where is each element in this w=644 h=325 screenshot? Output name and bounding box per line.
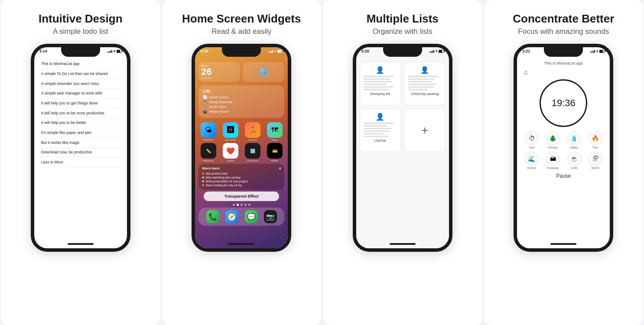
add-list-button[interactable]: +	[404, 109, 446, 152]
storm-label: Storm	[591, 166, 599, 169]
phone-notch-2	[222, 47, 261, 57]
page-dots	[195, 202, 288, 208]
list-card-title-listone: ListOne	[364, 139, 397, 143]
sound-faraway[interactable]: 🏔 Faraway	[543, 152, 562, 169]
list-item: It will help you to get things done	[41, 99, 120, 109]
sound-ocean[interactable]: 🌊 Ocean	[522, 152, 541, 169]
phone-notch-3	[383, 47, 422, 57]
signal-icon-2	[268, 49, 273, 53]
list-card-shopping[interactable]: 👤 Shooping list	[360, 62, 401, 105]
work-hard-title: Work Hard 4	[202, 166, 281, 170]
wifi-icon-1: ▾	[114, 49, 115, 53]
panel1-subtitle: A simple todo list	[53, 27, 108, 36]
app-label-wallet: Wallet	[271, 159, 278, 162]
sound-forests[interactable]: 🌲 Forests	[543, 131, 562, 149]
faraway-label: Faraway	[547, 166, 559, 169]
battery-fill-2	[278, 50, 281, 52]
panel-concentrate: Concentrate Better Focus with amazing so…	[484, 0, 644, 325]
signal-bar-3	[110, 51, 111, 53]
water-icon: 💧	[567, 131, 581, 145]
person-icon-china: 👤	[408, 66, 442, 74]
todo-list: This is MinimaList app A simple To Do Li…	[34, 47, 127, 168]
life-item: 🎬Watch movie	[203, 110, 280, 114]
phone-app-icon: 📞	[206, 210, 219, 223]
panel-multiple-lists: Multiple Lists Organize with lists 3:20 …	[323, 0, 482, 325]
sound-cafe[interactable]: ☕ Cafe	[565, 152, 583, 169]
life-item: 📈Stock Check	[203, 95, 280, 99]
lists-grid: 👤 Shooping list 👤	[356, 58, 449, 156]
time-3: 3:20	[361, 49, 369, 53]
home-screen: 4:30 ▾	[195, 47, 288, 248]
calculator-app-icon: 🔢	[245, 143, 260, 159]
fire-label: Fire	[593, 146, 598, 149]
app-cell-weather: 🌤 Weather	[198, 122, 218, 141]
wallet-app-icon: 💳	[267, 143, 283, 159]
app-dock: 📞 🧭 💬 📷	[198, 208, 284, 226]
person-icon-listone: 👤	[364, 113, 397, 121]
sound-tick[interactable]: ⏱ Tick	[522, 131, 541, 149]
battery-fill-1	[117, 50, 120, 52]
list-card-china-trip[interactable]: 👤 China trip packing	[404, 62, 446, 105]
work-item: Write presentation for new project	[202, 179, 281, 183]
battery-fill-3	[439, 50, 442, 52]
app-label-measure: Measure	[203, 159, 213, 162]
calendar-widget: MON 26 Calendar	[198, 62, 240, 82]
home-indicator-2	[228, 243, 254, 245]
wifi-icon-2: ▾	[274, 49, 276, 53]
list-lines-listone	[364, 123, 397, 137]
phone-frame-2: 4:30 ▾	[192, 44, 291, 252]
list-item: But it works like magic	[41, 138, 120, 148]
phone-notch-1	[61, 47, 100, 57]
list-lines-shopping	[364, 76, 397, 90]
status-icons-4: ▾	[590, 49, 605, 53]
app-cell-appstore: 🅰 App Store	[221, 122, 240, 141]
list-item: Less is More	[41, 158, 120, 168]
app-cell-health: ❤️ Health	[221, 143, 240, 162]
lists-screen: 3:20 ▾	[356, 47, 449, 248]
forests-label: Forests	[548, 146, 558, 149]
panel3-title: Multiple Lists	[367, 12, 439, 26]
focus-screen: 3:21 ▾ This is MinimaL	[517, 47, 610, 248]
work-hard-widget: Work Hard 4 New product idea New marketi…	[198, 164, 284, 190]
phone-frame-1: 3:14 ▾ This is MinimaList app A s	[31, 44, 130, 252]
work-item: Team meeting for July LA trip	[202, 183, 281, 187]
list-card-listone[interactable]: 👤 ListOne	[360, 109, 401, 152]
panel4-subtitle: Focus with amazing sounds	[518, 27, 609, 36]
pause-button[interactable]: Pause	[556, 173, 571, 179]
app-label-health: Health	[227, 159, 234, 162]
battery-icon-4	[599, 50, 605, 53]
transparent-effect-button[interactable]: Transparent Effect	[204, 192, 279, 201]
list-card-title-shopping: Shooping list	[364, 92, 397, 96]
status-icons-1: ▾	[107, 49, 122, 53]
sound-fire[interactable]: 🔥 Fire	[586, 131, 605, 149]
signal-bar-1	[107, 52, 108, 53]
signal-icon-1	[107, 49, 112, 53]
weather-app-icon: 🌤	[201, 122, 216, 138]
sound-water[interactable]: 💧 Water	[565, 131, 583, 149]
list-card-title-china: China trip packing	[408, 92, 442, 96]
app-cell-maps: 🗺 Maps	[265, 122, 284, 141]
water-label: Water	[570, 146, 578, 149]
list-item: A simple To Do List that can be shared	[41, 69, 120, 79]
phone-screen-3: 3:20 ▾	[356, 47, 449, 248]
home-indicator-3	[390, 243, 416, 245]
cafe-icon: ☕	[567, 152, 581, 166]
app-cell-measure: 📏 Measure	[198, 143, 218, 162]
app-label-appstore: App Store	[224, 139, 236, 141]
sound-storm[interactable]: ⛈ Storm	[586, 152, 605, 169]
wifi-icon-3: ▾	[436, 49, 437, 53]
app-cell-calculator: 🔢 Calculator	[243, 143, 262, 162]
list-item: A simple task manager to work with	[41, 89, 120, 99]
battery-icon-3	[439, 50, 444, 53]
focus-timer: 19:36	[552, 98, 576, 109]
dock-safari: 🧭	[225, 210, 238, 223]
sound-icons-row2: 🌊 Ocean 🏔 Faraway ☕ Cafe ⛈ Storm	[517, 152, 610, 169]
panel1-title: Intuitive Design	[39, 12, 123, 26]
measure-app-icon: 📏	[201, 143, 216, 159]
list-item: It will help you to be more productive	[41, 109, 120, 119]
list-item: It's simple like paper and pen	[41, 128, 120, 138]
signal-bar-4	[111, 50, 112, 53]
app-grid-row1: 🌤 Weather 🅰 App Store 🏃 Fitness 🗺 Maps	[195, 122, 288, 141]
dock-messages: 💬	[245, 210, 258, 223]
ocean-icon: 🌊	[525, 152, 539, 166]
